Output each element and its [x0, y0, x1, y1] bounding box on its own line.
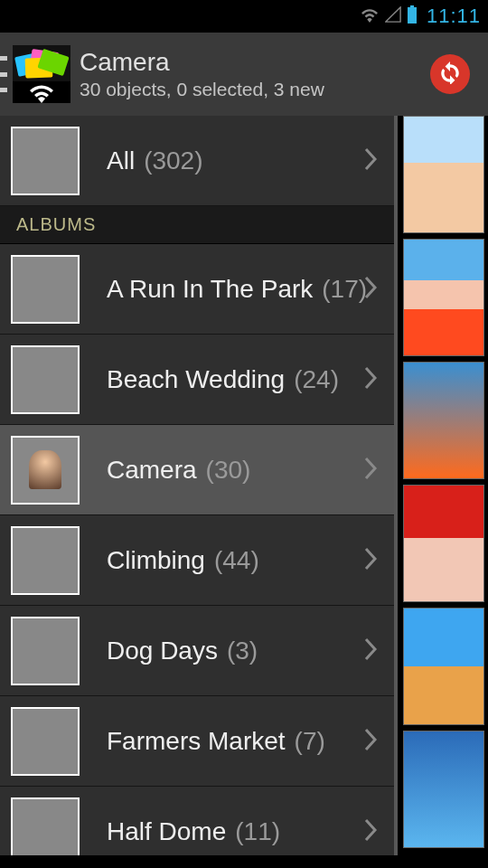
album-count: (44) — [214, 546, 259, 575]
section-header-albums: ALBUMS — [0, 206, 398, 244]
album-name: Climbing — [107, 546, 205, 575]
chevron-right-icon — [363, 817, 381, 846]
album-row[interactable]: Farmers Market(7) — [0, 696, 398, 787]
photo-thumb[interactable] — [403, 362, 484, 479]
album-row[interactable]: Camera(30) — [0, 425, 398, 515]
chevron-right-icon — [363, 146, 381, 175]
album-name: Beach Wedding — [107, 365, 285, 394]
chevron-right-icon — [363, 365, 381, 394]
album-name: Farmers Market — [107, 727, 286, 756]
album-name: A Run In The Park — [107, 275, 313, 304]
album-row[interactable]: Climbing(44) — [0, 515, 398, 606]
album-list[interactable]: All(302)ALBUMSA Run In The Park(17)Beach… — [0, 116, 398, 855]
wifi-icon — [360, 6, 380, 26]
photo-strip[interactable] — [398, 116, 488, 855]
album-row[interactable]: Half Dome(11) — [0, 787, 398, 855]
album-thumb — [11, 617, 80, 685]
chevron-right-icon — [363, 456, 381, 485]
page-subtitle: 30 objects, 0 selected, 3 new — [80, 79, 430, 100]
album-count: (3) — [227, 637, 258, 665]
album-count: (302) — [144, 146, 202, 175]
album-name: Dog Days — [107, 637, 218, 665]
chevron-right-icon — [363, 727, 381, 756]
album-thumb — [11, 526, 80, 595]
album-thumb — [11, 707, 80, 776]
album-name: Half Dome — [107, 817, 226, 846]
album-thumb — [11, 797, 80, 856]
sync-button[interactable] — [430, 54, 470, 94]
album-name: Camera — [107, 456, 197, 485]
drawer-handle-icon[interactable] — [0, 56, 7, 92]
page-title: Camera — [80, 48, 430, 77]
album-count: (7) — [295, 727, 325, 756]
svg-rect-0 — [410, 5, 414, 7]
album-count: (24) — [294, 365, 339, 394]
album-row[interactable]: A Run In The Park(17) — [0, 244, 398, 335]
photo-thumb[interactable] — [403, 608, 484, 725]
album-thumb — [11, 127, 80, 195]
chevron-right-icon — [363, 275, 381, 304]
chevron-right-icon — [363, 637, 381, 665]
album-thumb — [11, 255, 80, 324]
photo-thumb[interactable] — [403, 731, 484, 848]
app-icon[interactable] — [13, 45, 70, 103]
album-thumb — [11, 345, 80, 414]
album-row[interactable]: Dog Days(3) — [0, 606, 398, 696]
cell-signal-icon — [385, 6, 401, 26]
album-count: (11) — [235, 817, 280, 846]
photo-thumb[interactable] — [403, 239, 484, 356]
album-count: (17) — [322, 275, 367, 304]
chevron-right-icon — [363, 546, 381, 575]
album-count: (30) — [206, 456, 251, 485]
status-bar: 11:11 — [0, 0, 488, 33]
album-name: All — [107, 146, 135, 175]
action-bar: Camera 30 objects, 0 selected, 3 new — [0, 33, 488, 116]
battery-icon — [407, 5, 418, 27]
album-row[interactable]: Beach Wedding(24) — [0, 335, 398, 425]
nav-bar — [0, 855, 488, 868]
sync-icon — [438, 61, 462, 88]
photo-thumb[interactable] — [403, 485, 484, 602]
album-row-all[interactable]: All(302) — [0, 116, 398, 206]
status-clock: 11:11 — [427, 5, 481, 28]
album-thumb — [11, 436, 80, 505]
svg-rect-1 — [408, 7, 417, 24]
photo-thumb[interactable] — [403, 116, 484, 233]
